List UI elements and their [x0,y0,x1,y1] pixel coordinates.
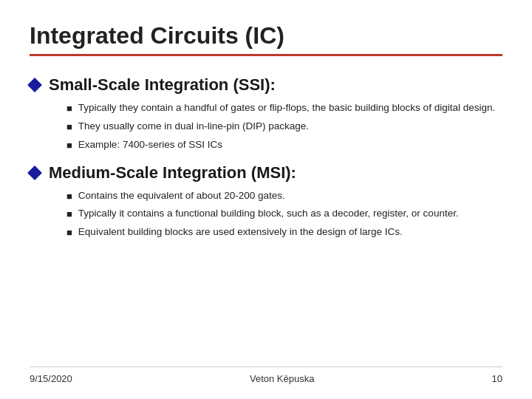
msi-section: Medium-Scale Integration (MSI): ■ Contai… [30,163,502,241]
ssi-list: ■ Typically they contain a handful of ga… [66,100,502,153]
msi-title: Medium-Scale Integration (MSI): [49,163,296,183]
slide-title: Integrated Circuits (IC) [30,22,502,50]
list-item: ■ Contains the equivalent of about 20-20… [66,188,502,204]
footer: 9/15/2020 Veton Këpuska 10 [30,366,502,384]
ssi-diamond-icon [27,78,42,92]
content-area: Small-Scale Integration (SSI): ■ Typical… [30,68,502,366]
ssi-header: Small-Scale Integration (SSI): [30,75,502,95]
footer-date: 9/15/2020 [30,373,72,384]
list-item: ■ Equivalent building blocks are used ex… [66,225,502,240]
ssi-bullet-1: Typically they contain a handful of gate… [78,100,495,115]
footer-author: Veton Këpuska [250,373,314,384]
ssi-bullet-3: Example: 7400-series of SSI ICs [78,137,222,152]
sub-bullet-icon: ■ [66,120,72,134]
slide: Integrated Circuits (IC) Small-Scale Int… [0,0,532,399]
sub-bullet-icon: ■ [66,190,72,204]
list-item: ■ Typically they contain a handful of ga… [66,100,502,116]
msi-bullet-2: Typically it contains a functional build… [78,206,459,221]
title-area: Integrated Circuits (IC) [30,22,502,56]
list-item: ■ Example: 7400-series of SSI ICs [66,137,502,153]
ssi-section: Small-Scale Integration (SSI): ■ Typical… [30,75,502,153]
sub-bullet-icon: ■ [66,226,72,240]
msi-bullet-3: Equivalent building blocks are used exte… [78,225,403,239]
list-item: ■ Typically it contains a functional bui… [66,206,502,222]
ssi-title: Small-Scale Integration (SSI): [49,75,276,95]
title-underline [30,54,502,56]
sub-bullet-icon: ■ [66,102,72,116]
sub-bullet-icon: ■ [66,139,72,153]
msi-bullet-1: Contains the equivalent of about 20-200 … [78,188,285,203]
msi-header: Medium-Scale Integration (MSI): [30,163,502,183]
list-item: ■ They usually come in dual in-line-pin … [66,119,502,134]
ssi-bullet-2: They usually come in dual in-line-pin (D… [78,119,309,134]
footer-page: 10 [492,373,502,384]
sub-bullet-icon: ■ [66,208,72,222]
msi-diamond-icon [27,166,42,180]
msi-list: ■ Contains the equivalent of about 20-20… [66,188,502,241]
